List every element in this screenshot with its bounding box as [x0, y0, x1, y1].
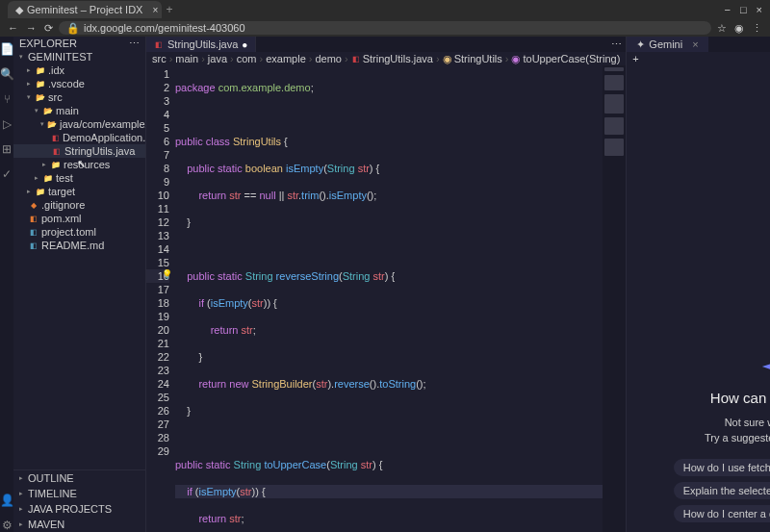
project-root[interactable]: ▾GEMINITEST	[13, 50, 145, 63]
outline-section[interactable]: ▸OUTLINE	[13, 470, 145, 486]
tree-folder-test[interactable]: ▸📁test	[13, 171, 145, 185]
tree-folder-src[interactable]: ▾📂src	[13, 90, 145, 104]
activity-bar: 📄 🔍 ⑂ ▷ ⊞ ✓ 👤 ⚙	[0, 37, 13, 532]
tree-folder-idx[interactable]: ▸📁.idx	[13, 63, 145, 77]
javaprojects-section[interactable]: ▸JAVA PROJECTS	[13, 501, 145, 517]
explorer-sidebar: EXPLORER ⋯ ▾GEMINITEST ▸📁.idx ▸📁.vscode …	[13, 37, 146, 532]
search-icon[interactable]: 🔍	[0, 67, 13, 81]
suggestion-chip-fetch[interactable]: How do I use fetch() in JS?	[674, 459, 770, 476]
url-text: idx.google.com/geminitest-403060	[84, 22, 245, 34]
tree-file-pom[interactable]: ◧pom.xml	[13, 212, 145, 225]
editor-tab-stringutils[interactable]: ◧ StringUtils.java ●	[146, 37, 256, 52]
tree-folder-main[interactable]: ▾📂main	[13, 104, 145, 117]
file-tree: ▸📁.idx ▸📁.vscode ▾📂src ▾📂main ▾📂java/com…	[13, 63, 145, 469]
modified-indicator-icon: ●	[242, 39, 247, 50]
close-icon[interactable]: ×	[692, 38, 698, 50]
profile-icon[interactable]: ◉	[734, 22, 744, 35]
java-file-icon: ◧	[154, 40, 164, 49]
tree-file-gitignore[interactable]: ◆.gitignore	[13, 198, 145, 212]
editor-tab-bar: ◧ StringUtils.java ● ⋯	[146, 37, 626, 52]
gemini-panel: ✦ Gemini × ⊞ ⋯ + 🗑 ⛶ ⚙	[626, 37, 770, 532]
accounts-icon[interactable]: 👤	[0, 494, 13, 507]
browser-tab[interactable]: ◆ Geminitest – Project IDX ×	[8, 1, 162, 18]
maven-section[interactable]: ▸MAVEN	[13, 517, 145, 532]
suggestion-chip-explain[interactable]: Explain the selected code in my editor	[674, 482, 770, 499]
testing-icon[interactable]: ✓	[0, 167, 13, 181]
minimap[interactable]	[603, 65, 626, 532]
tree-folder-resources[interactable]: ▸📁resources↖	[13, 158, 145, 171]
window-maximize-icon[interactable]: □	[740, 4, 747, 15]
nav-back-icon[interactable]: ←	[8, 22, 18, 35]
new-tab-button[interactable]: +	[166, 3, 172, 16]
tree-file-demoapp[interactable]: ◧DemoApplication.java	[13, 131, 145, 144]
extensions-icon[interactable]: ☆	[717, 22, 727, 35]
gemini-logo-icon	[762, 353, 770, 380]
tree-folder-target[interactable]: ▸📁target	[13, 185, 145, 198]
tree-file-stringutils[interactable]: ◧StringUtils.java	[13, 144, 145, 158]
settings-gear-icon[interactable]: ⚙	[0, 519, 13, 532]
suggestion-chip-center-div[interactable]: How do I center a div with CSS?	[674, 505, 770, 522]
browser-tab-strip: ◆ Geminitest – Project IDX × + − □ ×	[0, 0, 770, 19]
code-content[interactable]: package com.example.demo; public class S…	[175, 65, 603, 532]
gemini-spark-icon: ✦	[636, 38, 645, 51]
tree-folder-vscode[interactable]: ▸📁.vscode	[13, 77, 145, 90]
source-control-icon[interactable]: ⑂	[0, 92, 13, 106]
nav-reload-icon[interactable]: ⟳	[44, 22, 53, 35]
tree-file-projtoml[interactable]: ◧project.toml	[13, 225, 145, 239]
gemini-tab[interactable]: ✦ Gemini ×	[627, 37, 707, 52]
tree-file-readme[interactable]: ◧README.md	[13, 239, 145, 252]
gemini-subtitle: Not sure what to ask?Try a suggested pro…	[705, 416, 770, 445]
nav-forward-icon[interactable]: →	[26, 22, 37, 35]
window-minimize-icon[interactable]: −	[724, 4, 730, 15]
code-editor[interactable]: 1234567891011121314151617181920212223242…	[146, 65, 626, 532]
gemini-heading: How can I help you?	[710, 390, 770, 406]
new-chat-icon[interactable]: +	[632, 53, 638, 64]
timeline-section[interactable]: ▸TIMELINE	[13, 486, 145, 501]
line-gutter: 1234567891011121314151617181920212223242…	[146, 65, 175, 532]
editor-more-icon[interactable]: ⋯	[611, 38, 622, 51]
breadcrumb[interactable]: src› main› java› com› example› demo› ◧St…	[146, 52, 626, 65]
tab-title: Geminitest – Project IDX	[27, 4, 142, 15]
explorer-more-icon[interactable]: ⋯	[129, 38, 140, 50]
browser-menu-icon[interactable]: ⋮	[752, 22, 762, 35]
explorer-icon[interactable]: 📄	[0, 42, 13, 56]
tab-close-icon[interactable]: ×	[153, 5, 159, 15]
tab-favicon: ◆	[15, 4, 23, 16]
explorer-title: EXPLORER	[19, 38, 77, 49]
url-field[interactable]: 🔒 idx.google.com/geminitest-403060	[59, 21, 711, 35]
window-close-icon[interactable]: ×	[757, 4, 762, 15]
tree-folder-pkg[interactable]: ▾📂java/com/example/demo	[13, 117, 145, 131]
extensions-icon[interactable]: ⊞	[0, 142, 13, 156]
browser-url-bar: ← → ⟳ 🔒 idx.google.com/geminitest-403060…	[0, 19, 770, 37]
run-debug-icon[interactable]: ▷	[0, 117, 13, 131]
lightbulb-icon[interactable]: 💡	[162, 269, 172, 279]
lock-icon: 🔒	[66, 22, 80, 35]
